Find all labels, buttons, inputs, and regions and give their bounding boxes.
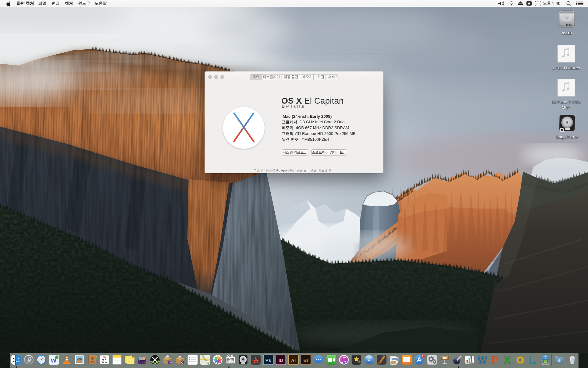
svg-text:L: L <box>530 355 536 365</box>
svg-text:30: 30 <box>207 362 209 363</box>
svg-text:A: A <box>528 2 530 5</box>
svg-text:ID: ID <box>279 358 283 363</box>
svg-text:Ps: Ps <box>266 358 271 363</box>
svg-text:W: W <box>478 355 487 365</box>
svg-text:21: 21 <box>102 358 107 364</box>
svg-text:Ai: Ai <box>291 358 296 363</box>
svg-text:7: 7 <box>422 355 423 358</box>
svg-text:Right: Right <box>132 357 135 358</box>
svg-text:Br: Br <box>303 358 309 363</box>
svg-text:O: O <box>517 355 524 365</box>
svg-text:2월: 2월 <box>103 356 106 358</box>
svg-text:X: X <box>504 355 511 365</box>
svg-text:Q: Q <box>169 361 171 364</box>
svg-text:Q: Q <box>181 361 183 364</box>
svg-text:P: P <box>492 355 498 365</box>
